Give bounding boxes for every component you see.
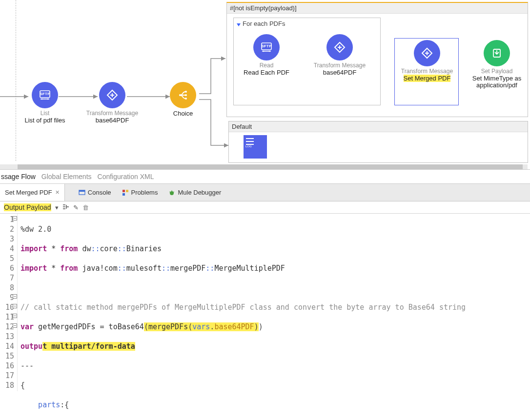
bug-icon xyxy=(168,189,175,196)
editor-tab-label: Set Merged PDF xyxy=(5,189,52,196)
console-icon xyxy=(79,189,85,196)
node-type-label: List xyxy=(11,110,79,117)
node-name-label: Set MimeType as application/pdf xyxy=(468,75,526,89)
fold-icon[interactable]: − xyxy=(13,314,17,318)
line-gutter: 1− 2345678 9− 10− 11− 12− 131415161718 xyxy=(0,214,18,391)
editor-tab-set-merged-pdf[interactable]: Set Merged PDF ✕ xyxy=(0,184,65,201)
svg-rect-28 xyxy=(126,190,128,192)
fold-icon[interactable]: − xyxy=(13,294,17,299)
node-name-label: base64PDF xyxy=(78,117,146,124)
node-type-label: Transform Message xyxy=(306,62,374,69)
node-name-label: base64PDF xyxy=(306,69,374,76)
svg-point-10 xyxy=(47,99,49,100)
node-type-label: Transform Message xyxy=(78,110,146,117)
tree-icon[interactable] xyxy=(62,204,69,211)
close-icon[interactable]: ✕ xyxy=(55,189,60,196)
set-payload-icon xyxy=(484,40,510,66)
fold-icon[interactable]: − xyxy=(13,323,17,328)
collapse-icon[interactable] xyxy=(237,23,241,26)
delete-icon[interactable]: 🗑 xyxy=(82,204,89,211)
view-problems[interactable]: Problems xyxy=(122,189,158,196)
node-type-label: Read xyxy=(232,62,301,69)
svg-rect-26 xyxy=(79,190,85,192)
sftp-icon: SFTP xyxy=(253,34,280,60)
fold-icon[interactable]: − xyxy=(13,216,17,220)
svg-rect-29 xyxy=(122,193,125,196)
output-target-label[interactable]: Output Payload xyxy=(4,203,51,211)
edit-icon[interactable]: ✎ xyxy=(73,204,79,211)
node-name-label: Read Each PDF xyxy=(232,69,301,76)
node-name-label: List of pdf files xyxy=(11,117,79,124)
foreach-title: For each PDFs xyxy=(237,20,285,27)
flow-start-divider xyxy=(16,0,16,161)
fold-icon[interactable]: − xyxy=(13,304,17,308)
dataweave-output-toolbar: Output Payload ▾ ✎ 🗑 xyxy=(0,201,530,214)
svg-text:SFTP: SFTP xyxy=(40,92,50,96)
editor-header: Set Merged PDF ✕ Console Problems Mule D… xyxy=(0,184,530,201)
node-name-label: Choice xyxy=(163,110,203,117)
node-name-label: Set Merged PDF xyxy=(393,75,461,82)
transform-icon xyxy=(99,82,125,108)
code-area[interactable]: %dw 2.0 import * from dw::core::Binaries… xyxy=(18,214,530,420)
svg-point-30 xyxy=(170,191,174,195)
svg-point-9 xyxy=(41,99,43,100)
logger-icon[interactable]: LOG xyxy=(244,135,267,159)
choice-icon xyxy=(170,82,196,108)
svg-text:LOG: LOG xyxy=(245,145,252,148)
transform-icon xyxy=(326,34,353,60)
node-transform-2[interactable]: Transform Message base64PDF xyxy=(306,34,374,76)
route-expression-label: #[not isEmpty(payload)] xyxy=(227,3,528,14)
dataweave-editor[interactable]: 1− 2345678 9− 10− 11− 12− 131415161718 %… xyxy=(0,214,530,420)
svg-point-18 xyxy=(263,51,265,52)
node-set-payload[interactable]: Set Payload Set MimeType as application/… xyxy=(468,40,526,89)
tab-message-flow[interactable]: ssage Flow xyxy=(1,173,36,180)
flow-canvas[interactable]: SFTP List List of pdf files Transform Me… xyxy=(0,0,530,170)
sftp-icon: SFTP xyxy=(32,82,58,108)
node-choice[interactable]: Choice xyxy=(163,82,203,117)
svg-rect-27 xyxy=(122,190,125,192)
problems-icon xyxy=(122,189,129,196)
choice-route-default[interactable]: Default LOG xyxy=(228,121,528,163)
canvas-hscrollbar[interactable] xyxy=(0,164,528,169)
view-mule-debugger[interactable]: Mule Debugger xyxy=(168,189,221,196)
default-header-label: Default xyxy=(229,121,528,132)
view-console[interactable]: Console xyxy=(79,189,111,196)
svg-text:SFTP: SFTP xyxy=(261,44,272,48)
node-type-label: Transform Message xyxy=(393,68,461,75)
transform-icon xyxy=(414,40,440,66)
node-type-label: Set Payload xyxy=(468,68,526,75)
node-transform-1[interactable]: Transform Message base64PDF xyxy=(78,82,146,124)
scrollbar-thumb[interactable] xyxy=(18,164,523,169)
node-transform-set-merged[interactable]: Transform Message Set Merged PDF xyxy=(393,40,461,82)
node-read[interactable]: SFTP Read Read Each PDF xyxy=(232,34,301,76)
config-view-tabs: ssage Flow Global Elements Configuration… xyxy=(0,170,530,184)
tab-configuration-xml[interactable]: Configuration XML xyxy=(98,173,154,180)
dropdown-icon[interactable]: ▾ xyxy=(55,204,59,211)
tab-global-elements[interactable]: Global Elements xyxy=(41,173,92,180)
node-list[interactable]: SFTP List List of pdf files xyxy=(11,82,79,124)
svg-point-19 xyxy=(269,51,270,52)
